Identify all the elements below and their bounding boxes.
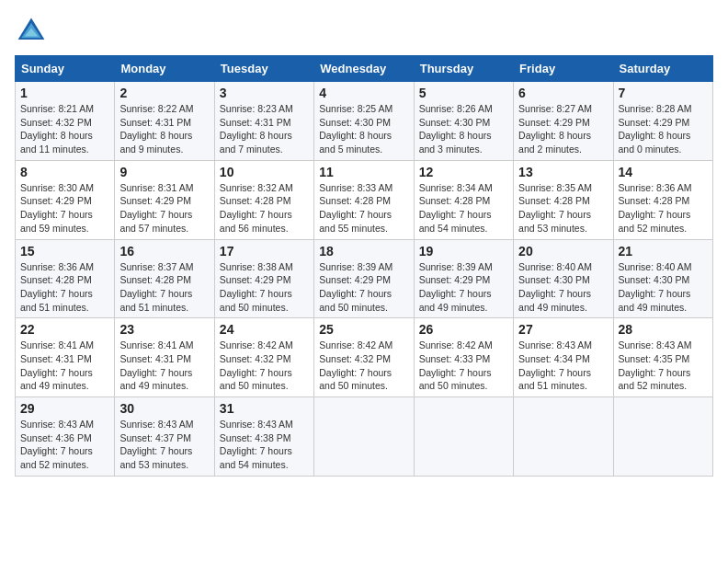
calendar-cell bbox=[613, 397, 712, 477]
calendar-cell: 24 Sunrise: 8:42 AM Sunset: 4:32 PM Dayl… bbox=[214, 318, 313, 397]
weekday-header-saturday: Saturday bbox=[613, 56, 712, 82]
day-info: Sunrise: 8:43 AM Sunset: 4:37 PM Dayligh… bbox=[119, 418, 209, 472]
day-info: Sunrise: 8:33 AM Sunset: 4:28 PM Dayligh… bbox=[319, 181, 408, 236]
day-number: 2 bbox=[119, 86, 209, 100]
calendar-cell: 31 Sunrise: 8:43 AM Sunset: 4:38 PM Dayl… bbox=[214, 397, 313, 477]
day-number: 27 bbox=[518, 322, 608, 337]
calendar-cell: 25 Sunrise: 8:42 AM Sunset: 4:32 PM Dayl… bbox=[314, 318, 414, 397]
calendar-cell: 26 Sunrise: 8:42 AM Sunset: 4:33 PM Dayl… bbox=[414, 318, 513, 397]
day-number: 19 bbox=[419, 244, 508, 259]
day-number: 12 bbox=[419, 165, 508, 179]
day-info: Sunrise: 8:42 AM Sunset: 4:32 PM Dayligh… bbox=[319, 339, 408, 393]
day-number: 6 bbox=[518, 86, 608, 100]
day-number: 31 bbox=[220, 401, 309, 416]
day-number: 22 bbox=[20, 322, 109, 337]
calendar-cell: 16 Sunrise: 8:37 AM Sunset: 4:28 PM Dayl… bbox=[115, 239, 214, 318]
day-number: 10 bbox=[220, 165, 309, 179]
day-info: Sunrise: 8:31 AM Sunset: 4:29 PM Dayligh… bbox=[119, 181, 209, 236]
calendar-cell bbox=[414, 397, 513, 477]
day-number: 13 bbox=[518, 165, 608, 179]
day-info: Sunrise: 8:41 AM Sunset: 4:31 PM Dayligh… bbox=[119, 339, 209, 393]
day-info: Sunrise: 8:22 AM Sunset: 4:31 PM Dayligh… bbox=[119, 102, 209, 156]
calendar-cell: 9 Sunrise: 8:31 AM Sunset: 4:29 PM Dayli… bbox=[115, 160, 214, 239]
day-number: 26 bbox=[419, 322, 508, 337]
calendar-cell: 18 Sunrise: 8:39 AM Sunset: 4:29 PM Dayl… bbox=[314, 239, 414, 318]
day-number: 24 bbox=[220, 322, 309, 337]
day-info: Sunrise: 8:43 AM Sunset: 4:35 PM Dayligh… bbox=[619, 339, 708, 393]
day-info: Sunrise: 8:21 AM Sunset: 4:32 PM Dayligh… bbox=[20, 102, 109, 156]
calendar-cell: 20 Sunrise: 8:40 AM Sunset: 4:30 PM Dayl… bbox=[514, 239, 613, 318]
day-info: Sunrise: 8:30 AM Sunset: 4:29 PM Dayligh… bbox=[20, 181, 109, 236]
day-info: Sunrise: 8:37 AM Sunset: 4:28 PM Dayligh… bbox=[119, 260, 209, 315]
day-info: Sunrise: 8:40 AM Sunset: 4:30 PM Dayligh… bbox=[518, 260, 608, 315]
day-number: 8 bbox=[20, 165, 109, 179]
day-info: Sunrise: 8:35 AM Sunset: 4:28 PM Dayligh… bbox=[518, 181, 608, 236]
weekday-header-monday: Monday bbox=[115, 56, 214, 82]
day-number: 3 bbox=[220, 86, 309, 100]
calendar-cell: 15 Sunrise: 8:36 AM Sunset: 4:28 PM Dayl… bbox=[16, 239, 115, 318]
calendar-cell: 27 Sunrise: 8:43 AM Sunset: 4:34 PM Dayl… bbox=[514, 318, 613, 397]
calendar-cell: 21 Sunrise: 8:40 AM Sunset: 4:30 PM Dayl… bbox=[613, 239, 712, 318]
calendar-cell: 1 Sunrise: 8:21 AM Sunset: 4:32 PM Dayli… bbox=[16, 82, 115, 161]
calendar-cell: 22 Sunrise: 8:41 AM Sunset: 4:31 PM Dayl… bbox=[16, 318, 115, 397]
calendar-cell: 14 Sunrise: 8:36 AM Sunset: 4:28 PM Dayl… bbox=[613, 160, 712, 239]
calendar-cell: 12 Sunrise: 8:34 AM Sunset: 4:28 PM Dayl… bbox=[414, 160, 513, 239]
calendar-cell: 17 Sunrise: 8:38 AM Sunset: 4:29 PM Dayl… bbox=[214, 239, 313, 318]
calendar-cell: 2 Sunrise: 8:22 AM Sunset: 4:31 PM Dayli… bbox=[115, 82, 214, 161]
day-number: 30 bbox=[119, 401, 209, 416]
day-number: 21 bbox=[619, 244, 708, 259]
calendar-cell: 28 Sunrise: 8:43 AM Sunset: 4:35 PM Dayl… bbox=[613, 318, 712, 397]
calendar-cell bbox=[514, 397, 613, 477]
day-info: Sunrise: 8:40 AM Sunset: 4:30 PM Dayligh… bbox=[619, 260, 708, 315]
day-number: 14 bbox=[619, 165, 708, 179]
day-info: Sunrise: 8:34 AM Sunset: 4:28 PM Dayligh… bbox=[419, 181, 508, 236]
logo bbox=[15, 15, 51, 48]
day-number: 20 bbox=[518, 244, 608, 259]
calendar-table: SundayMondayTuesdayWednesdayThursdayFrid… bbox=[15, 55, 713, 477]
day-info: Sunrise: 8:43 AM Sunset: 4:34 PM Dayligh… bbox=[518, 339, 608, 393]
day-info: Sunrise: 8:43 AM Sunset: 4:38 PM Dayligh… bbox=[220, 418, 309, 472]
day-number: 1 bbox=[20, 86, 109, 100]
day-number: 23 bbox=[119, 322, 209, 337]
day-number: 18 bbox=[319, 244, 408, 259]
calendar-cell bbox=[314, 397, 414, 477]
day-info: Sunrise: 8:39 AM Sunset: 4:29 PM Dayligh… bbox=[419, 260, 508, 315]
day-info: Sunrise: 8:25 AM Sunset: 4:30 PM Dayligh… bbox=[319, 102, 408, 156]
calendar-cell: 5 Sunrise: 8:26 AM Sunset: 4:30 PM Dayli… bbox=[414, 82, 513, 161]
weekday-header-tuesday: Tuesday bbox=[214, 56, 313, 82]
day-info: Sunrise: 8:26 AM Sunset: 4:30 PM Dayligh… bbox=[419, 102, 508, 156]
day-info: Sunrise: 8:23 AM Sunset: 4:31 PM Dayligh… bbox=[220, 102, 309, 156]
day-number: 16 bbox=[119, 244, 209, 259]
logo-icon bbox=[15, 15, 48, 48]
day-info: Sunrise: 8:42 AM Sunset: 4:33 PM Dayligh… bbox=[419, 339, 508, 393]
day-info: Sunrise: 8:43 AM Sunset: 4:36 PM Dayligh… bbox=[20, 418, 109, 472]
day-info: Sunrise: 8:27 AM Sunset: 4:29 PM Dayligh… bbox=[518, 102, 608, 156]
day-info: Sunrise: 8:32 AM Sunset: 4:28 PM Dayligh… bbox=[220, 181, 309, 236]
day-info: Sunrise: 8:36 AM Sunset: 4:28 PM Dayligh… bbox=[20, 260, 109, 315]
weekday-header-wednesday: Wednesday bbox=[314, 56, 414, 82]
calendar-cell: 10 Sunrise: 8:32 AM Sunset: 4:28 PM Dayl… bbox=[214, 160, 313, 239]
calendar-cell: 29 Sunrise: 8:43 AM Sunset: 4:36 PM Dayl… bbox=[16, 397, 115, 477]
day-number: 17 bbox=[220, 244, 309, 259]
calendar-cell: 23 Sunrise: 8:41 AM Sunset: 4:31 PM Dayl… bbox=[115, 318, 214, 397]
calendar-cell: 19 Sunrise: 8:39 AM Sunset: 4:29 PM Dayl… bbox=[414, 239, 513, 318]
day-number: 29 bbox=[20, 401, 109, 416]
calendar-cell: 13 Sunrise: 8:35 AM Sunset: 4:28 PM Dayl… bbox=[514, 160, 613, 239]
day-number: 5 bbox=[419, 86, 508, 100]
day-number: 9 bbox=[119, 165, 209, 179]
calendar-cell: 3 Sunrise: 8:23 AM Sunset: 4:31 PM Dayli… bbox=[214, 82, 313, 161]
weekday-header-thursday: Thursday bbox=[414, 56, 513, 82]
page-header bbox=[15, 15, 713, 48]
calendar-cell: 11 Sunrise: 8:33 AM Sunset: 4:28 PM Dayl… bbox=[314, 160, 414, 239]
day-info: Sunrise: 8:42 AM Sunset: 4:32 PM Dayligh… bbox=[220, 339, 309, 393]
day-number: 11 bbox=[319, 165, 408, 179]
day-info: Sunrise: 8:38 AM Sunset: 4:29 PM Dayligh… bbox=[220, 260, 309, 315]
day-info: Sunrise: 8:36 AM Sunset: 4:28 PM Dayligh… bbox=[619, 181, 708, 236]
day-number: 28 bbox=[619, 322, 708, 337]
day-number: 15 bbox=[20, 244, 109, 259]
calendar-cell: 6 Sunrise: 8:27 AM Sunset: 4:29 PM Dayli… bbox=[514, 82, 613, 161]
calendar-cell: 4 Sunrise: 8:25 AM Sunset: 4:30 PM Dayli… bbox=[314, 82, 414, 161]
day-info: Sunrise: 8:39 AM Sunset: 4:29 PM Dayligh… bbox=[319, 260, 408, 315]
calendar-cell: 8 Sunrise: 8:30 AM Sunset: 4:29 PM Dayli… bbox=[16, 160, 115, 239]
day-number: 4 bbox=[319, 86, 408, 100]
